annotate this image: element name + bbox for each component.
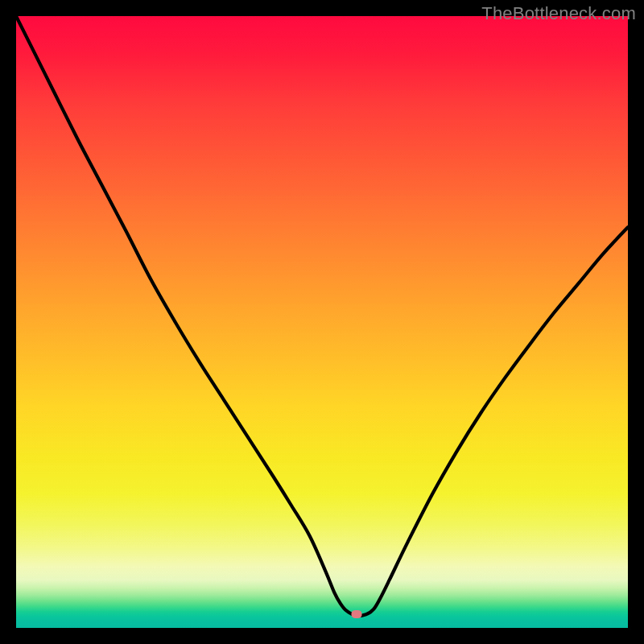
- minimum-marker: [351, 610, 361, 618]
- plot-area: [16, 16, 628, 628]
- bottleneck-curve: [16, 16, 628, 628]
- watermark-text: TheBottleneck.com: [481, 3, 636, 24]
- curve-path: [16, 16, 628, 616]
- chart-frame: TheBottleneck.com: [0, 0, 644, 644]
